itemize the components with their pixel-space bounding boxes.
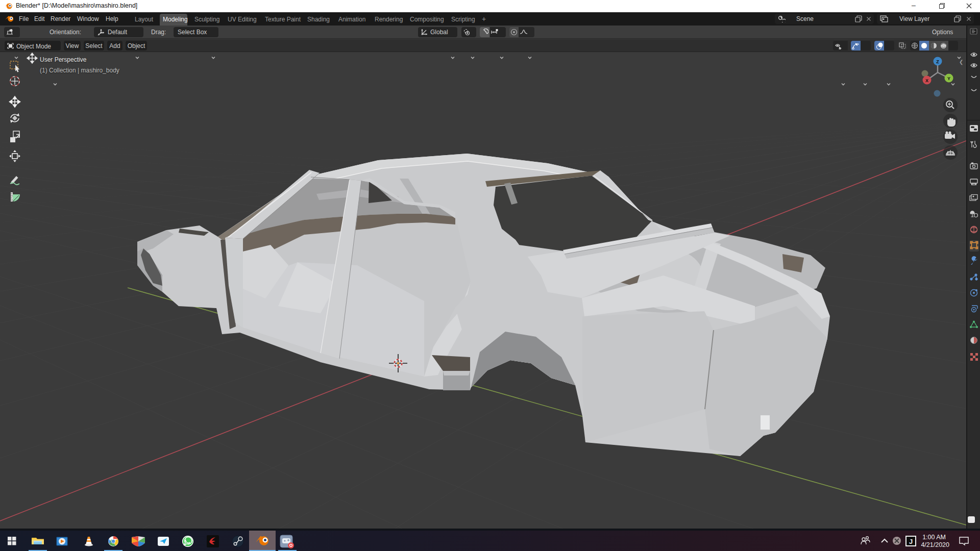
svg-text:❮: ❮ [959,59,963,65]
svg-text:4/21/2020: 4/21/2020 [921,541,949,548]
svg-text:Y: Y [947,76,950,81]
svg-text:J: J [909,538,913,545]
svg-text:1:00 AM: 1:00 AM [922,534,946,541]
svg-text:X: X [925,78,928,83]
svg-text:Z: Z [936,59,939,64]
